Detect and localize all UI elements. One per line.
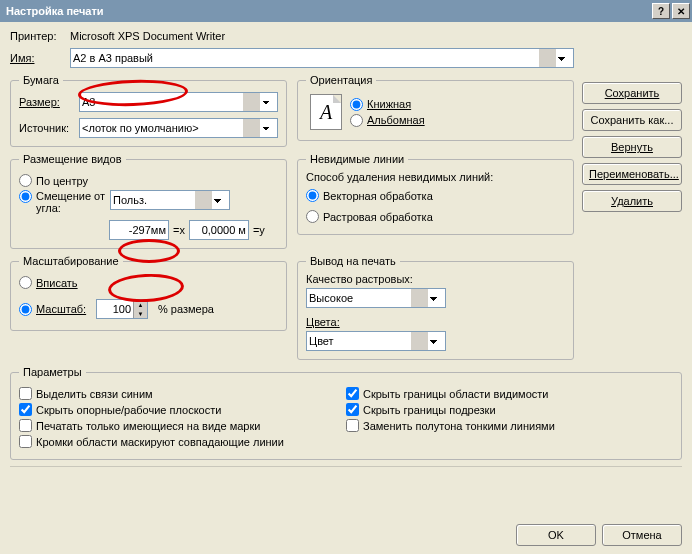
- vector-radio[interactable]: Векторная обработка: [306, 189, 565, 202]
- scale-group: Масштабирование Вписать Масштаб: ▲▼ % ра…: [10, 255, 287, 331]
- cancel-button[interactable]: Отмена: [602, 524, 682, 546]
- revert-button[interactable]: Вернуть: [582, 136, 682, 158]
- center-radio[interactable]: По центру: [19, 174, 278, 187]
- colors-label: Цвета:: [306, 316, 565, 328]
- offset-y-suffix: =y: [253, 224, 265, 236]
- portrait-radio[interactable]: Книжная: [350, 98, 425, 111]
- spin-up-icon[interactable]: ▲: [133, 300, 147, 309]
- hidden-method-label: Способ удаления невидимых линий:: [306, 171, 565, 183]
- save-as-button[interactable]: Сохранить как...: [582, 109, 682, 131]
- printer-value: Microsoft XPS Document Writer: [70, 30, 225, 42]
- separator: [10, 466, 682, 467]
- close-button[interactable]: ✕: [672, 3, 690, 19]
- ok-button[interactable]: OK: [516, 524, 596, 546]
- zoom-suffix: % размера: [158, 303, 214, 315]
- colors-combo[interactable]: Цвет: [306, 331, 446, 351]
- scale-legend: Масштабирование: [19, 255, 123, 267]
- raster-quality-label: Качество растровых:: [306, 273, 565, 285]
- placement-legend: Размещение видов: [19, 153, 126, 165]
- raster-quality-combo[interactable]: Высокое: [306, 288, 446, 308]
- zoom-spinner[interactable]: ▲▼: [96, 299, 148, 319]
- offset-source-combo[interactable]: Польз.: [110, 190, 230, 210]
- name-label: Имя:: [10, 52, 70, 64]
- spin-down-icon[interactable]: ▼: [133, 309, 147, 318]
- output-group: Вывод на печать Качество растровых: Высо…: [297, 255, 574, 360]
- name-combo[interactable]: A2 в A3 правый: [70, 48, 574, 68]
- zoom-label: Масштаб:: [36, 303, 92, 315]
- param-mask-edges[interactable]: Кромки области маскируют совпадающие лин…: [19, 435, 346, 448]
- paper-legend: Бумага: [19, 74, 63, 86]
- source-combo[interactable]: <лоток по умолчанию>: [79, 118, 278, 138]
- paper-group: Бумага Размер: A3 Источник: <лоток по ум…: [10, 74, 287, 147]
- placement-group: Размещение видов По центру Смещение от у…: [10, 153, 287, 249]
- offset-y-input[interactable]: [189, 220, 249, 240]
- output-legend: Вывод на печать: [306, 255, 400, 267]
- printer-label: Принтер:: [10, 30, 70, 42]
- save-button[interactable]: Сохранить: [582, 82, 682, 104]
- size-label: Размер:: [19, 96, 79, 108]
- fit-radio[interactable]: Вписать: [19, 276, 278, 289]
- offset-x-suffix: =x: [173, 224, 185, 236]
- help-button[interactable]: ?: [652, 3, 670, 19]
- orientation-icon: A: [310, 94, 342, 130]
- rename-button[interactable]: Переименовать...: [582, 163, 682, 185]
- param-halftone-thin[interactable]: Заменить полутона тонкими линиями: [346, 419, 673, 432]
- title-bar: Настройка печати ? ✕: [0, 0, 692, 22]
- hidden-lines-group: Невидимые линии Способ удаления невидимы…: [297, 153, 574, 235]
- size-combo[interactable]: A3: [79, 92, 278, 112]
- delete-button[interactable]: Удалить: [582, 190, 682, 212]
- orientation-legend: Ориентация: [306, 74, 376, 86]
- raster-radio[interactable]: Растровая обработка: [306, 210, 565, 223]
- param-hide-crop[interactable]: Скрыть границы подрезки: [346, 403, 673, 416]
- offset-label: Смещение от угла:: [36, 190, 106, 214]
- params-group: Параметры Выделить связи синим Скрыть оп…: [10, 366, 682, 460]
- params-legend: Параметры: [19, 366, 86, 378]
- orientation-group: Ориентация A Книжная Альбомная: [297, 74, 574, 141]
- param-visible-tags[interactable]: Печатать только имеющиеся на виде марки: [19, 419, 346, 432]
- param-blue-links[interactable]: Выделить связи синим: [19, 387, 346, 400]
- window-title: Настройка печати: [6, 5, 104, 17]
- offset-radio[interactable]: [19, 190, 32, 203]
- source-label: Источник:: [19, 122, 79, 134]
- param-hide-planes[interactable]: Скрыть опорные/рабочие плоскости: [19, 403, 346, 416]
- param-hide-scope[interactable]: Скрыть границы области видимости: [346, 387, 673, 400]
- zoom-radio[interactable]: [19, 303, 32, 316]
- landscape-radio[interactable]: Альбомная: [350, 114, 425, 127]
- hidden-lines-legend: Невидимые линии: [306, 153, 408, 165]
- offset-x-input[interactable]: [109, 220, 169, 240]
